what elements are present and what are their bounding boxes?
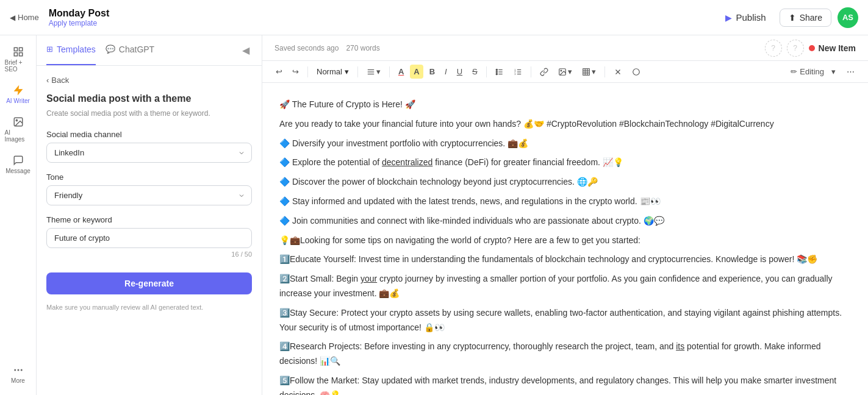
tab-templates[interactable]: ⊞ Templates bbox=[46, 35, 96, 65]
ordered-list-button[interactable]: 123 bbox=[510, 65, 526, 79]
grid-icon bbox=[13, 46, 24, 57]
templates-tab-icon: ⊞ bbox=[46, 44, 53, 54]
editor-meta-left: Saved seconds ago 270 words bbox=[274, 44, 380, 52]
tab-chatgpt[interactable]: 💬 ChatGPT bbox=[106, 35, 154, 65]
editing-more-button[interactable]: ⋯ bbox=[843, 65, 858, 79]
top-header: ◀ Home Monday Post Apply template ▶ Publ… bbox=[0, 0, 868, 35]
ordered-list-icon: 123 bbox=[514, 68, 522, 76]
avatar-initials: AS bbox=[842, 13, 853, 22]
content-line-3: 🔷 Diversify your investment portfolio wi… bbox=[279, 137, 851, 151]
italic-button[interactable]: I bbox=[441, 65, 451, 79]
new-item-button[interactable]: New Item bbox=[809, 43, 856, 53]
clear-format-button[interactable] bbox=[610, 65, 626, 79]
content-line-5: 🔷 Discover the power of blockchain techn… bbox=[279, 175, 851, 190]
header-right: ▶ Publish ⬆ Share AS bbox=[718, 7, 858, 28]
publish-button[interactable]: ▶ Publish bbox=[718, 9, 773, 26]
channel-select[interactable]: LinkedIn Twitter Facebook Instagram bbox=[46, 143, 252, 163]
theme-group: Theme or keyword 16 / 50 bbox=[46, 215, 252, 258]
redo-button[interactable]: ↪ bbox=[289, 65, 303, 79]
sidebar-item-brief-seo[interactable]: Brief + SEO bbox=[2, 41, 34, 77]
text-color-button[interactable]: A bbox=[395, 65, 407, 79]
tone-select[interactable]: Friendly Professional Casual Formal bbox=[46, 185, 252, 205]
apply-template-link[interactable]: Apply template bbox=[49, 19, 110, 27]
new-item-dot bbox=[809, 45, 815, 51]
editor-area: Saved seconds ago 270 words ? ? New Item… bbox=[262, 35, 868, 395]
sidebar-item-message[interactable]: Message bbox=[2, 150, 34, 179]
undo-button[interactable]: ↩ bbox=[272, 65, 286, 79]
sidebar-icons: Brief + SEO AI Writer AI Images Message … bbox=[0, 35, 37, 395]
table-chevron-icon: ▾ bbox=[592, 67, 596, 76]
editing-section: ✏ Editing ▾ ⋯ bbox=[791, 65, 858, 79]
content-line-7: 🔷 Join communities and connect with like… bbox=[279, 214, 851, 229]
pencil-icon: ✏ bbox=[791, 67, 797, 76]
chatgpt-tab-icon: 💬 bbox=[106, 44, 115, 54]
back-link[interactable]: ‹ Back bbox=[46, 76, 252, 85]
strikethrough-button[interactable]: S bbox=[468, 65, 481, 79]
brief-seo-label: Brief + SEO bbox=[5, 59, 32, 73]
templates-tab-label: Templates bbox=[57, 44, 96, 54]
home-label: Home bbox=[18, 13, 39, 22]
content-line-8: 💡💼Looking for some tips on navigating th… bbox=[279, 233, 851, 248]
table-button[interactable]: ▾ bbox=[578, 65, 600, 79]
home-back-link[interactable]: ◀ Home bbox=[10, 13, 39, 22]
table-icon bbox=[582, 68, 590, 76]
share-button[interactable]: ⬆ Share bbox=[780, 9, 831, 27]
style-dropdown[interactable]: Normal ▾ bbox=[313, 65, 353, 79]
align-chevron-icon: ▾ bbox=[376, 67, 381, 76]
toolbar-divider-6 bbox=[604, 66, 605, 77]
content-line-4: 🔷 Explore the potential of decentralized… bbox=[279, 155, 851, 170]
sidebar-item-ai-images[interactable]: AI Images bbox=[2, 112, 34, 148]
sidebar-item-ai-writer[interactable]: AI Writer bbox=[2, 80, 34, 109]
channel-group: Social media channel LinkedIn Twitter Fa… bbox=[46, 130, 252, 163]
editor-content[interactable]: 🚀 The Future of Crypto is Here! 🚀 Are yo… bbox=[262, 83, 868, 395]
editing-dropdown-button[interactable]: ▾ bbox=[828, 65, 839, 79]
regenerate-label: Re-generate bbox=[124, 279, 174, 288]
chatgpt-tab-label: ChatGPT bbox=[119, 44, 154, 54]
image-icon bbox=[13, 116, 24, 127]
svg-rect-2 bbox=[14, 53, 17, 56]
circle-icon bbox=[632, 68, 640, 76]
regenerate-button[interactable]: Re-generate bbox=[46, 272, 252, 294]
highlight-button[interactable]: A bbox=[410, 65, 423, 79]
svg-rect-1 bbox=[19, 48, 22, 51]
user-avatar[interactable]: AS bbox=[838, 7, 858, 28]
clear-format-icon bbox=[614, 68, 622, 76]
char-count: 16 / 50 bbox=[46, 251, 252, 258]
editing-label: ✏ Editing bbox=[791, 67, 824, 76]
main-layout: Brief + SEO AI Writer AI Images Message … bbox=[0, 35, 868, 395]
svg-point-26 bbox=[561, 70, 562, 71]
back-chevron-icon: ‹ bbox=[46, 76, 49, 85]
editor-meta-bar: Saved seconds ago 270 words ? ? New Item bbox=[262, 35, 868, 61]
sidebar-item-more[interactable]: More bbox=[2, 360, 34, 389]
bold-button[interactable]: B bbox=[426, 65, 439, 79]
svg-marker-4 bbox=[14, 86, 23, 95]
chat-icon bbox=[13, 155, 24, 166]
theme-input[interactable] bbox=[46, 228, 252, 248]
style-dropdown-chevron-icon: ▾ bbox=[345, 67, 349, 76]
content-line-10: 2️⃣Start Small: Begin your crypto journe… bbox=[279, 272, 851, 301]
collaborator-avatar-2: ? bbox=[787, 40, 804, 57]
panel-collapse-button[interactable]: ◀ bbox=[240, 42, 252, 59]
image-insert-icon bbox=[558, 68, 567, 76]
image-insert-button[interactable]: ▾ bbox=[554, 65, 576, 79]
underline-button[interactable]: U bbox=[453, 65, 466, 79]
svg-text:3: 3 bbox=[514, 72, 516, 75]
ai-writer-label: AI Writer bbox=[6, 98, 30, 104]
content-line-13: 5️⃣Follow the Market: Stay updated with … bbox=[279, 374, 851, 395]
message-label: Message bbox=[5, 168, 30, 174]
svg-rect-3 bbox=[19, 53, 22, 56]
panel-body: ‹ Back Social media post with a theme Cr… bbox=[37, 66, 262, 395]
dots-icon bbox=[13, 365, 24, 375]
new-item-label: New Item bbox=[819, 43, 856, 53]
more-label: More bbox=[11, 377, 25, 384]
link-button[interactable] bbox=[536, 65, 552, 79]
more-options-button[interactable] bbox=[628, 65, 644, 79]
toolbar-divider-3 bbox=[389, 66, 390, 77]
publish-label: Publish bbox=[736, 12, 766, 23]
bullet-list-button[interactable] bbox=[492, 65, 508, 79]
header-left: ◀ Home Monday Post Apply template bbox=[10, 8, 109, 27]
align-button[interactable]: ▾ bbox=[363, 65, 384, 79]
tone-label: Tone bbox=[46, 173, 252, 182]
editor-meta-right: ? ? New Item bbox=[765, 40, 856, 57]
content-line-6: 🔷 Stay informed and updated with the lat… bbox=[279, 194, 851, 209]
